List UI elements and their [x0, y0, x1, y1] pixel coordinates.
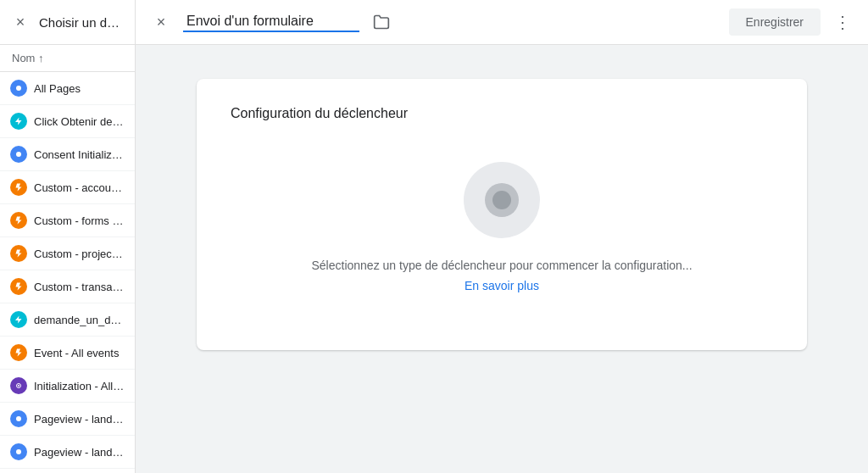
- empty-state-icon: [464, 162, 540, 238]
- item-label-event-all-events: Event - All events: [34, 347, 125, 359]
- sidebar-item-v2-contact[interactable]: V2_contact: [0, 469, 135, 473]
- more-options-button[interactable]: ⋮: [831, 10, 854, 34]
- svg-point-3: [18, 385, 19, 387]
- sidebar-item-pageview-landings-im[interactable]: Pageview - landings - im: [0, 436, 135, 469]
- item-label-click-obtenir-devis: Click Obtenir devis: [34, 115, 125, 128]
- sidebar-column-header[interactable]: Nom ↑: [0, 45, 135, 72]
- sidebar: × Choisir un décle Nom ↑ All Pages Click…: [0, 0, 136, 473]
- sidebar-item-pageview-landing-mo[interactable]: Pageview - landing - mo: [0, 403, 135, 436]
- item-icon-pageview-landings-im: [10, 443, 27, 460]
- sidebar-item-custom-account-regist[interactable]: Custom - account regist: [0, 171, 135, 204]
- sidebar-header: × Choisir un décle: [0, 0, 135, 45]
- card-title: Configuration du déclencheur: [231, 106, 408, 121]
- item-icon-custom-forms-view: [10, 212, 27, 229]
- item-icon-demande-un-devis: [10, 311, 27, 328]
- topbar-close-button[interactable]: ×: [149, 10, 173, 34]
- item-label-pageview-landing-mo: Pageview - landing - mo: [34, 413, 125, 426]
- main-content: Configuration du déclencheur Sélectionne…: [136, 45, 868, 473]
- sidebar-item-all-pages[interactable]: All Pages: [0, 72, 135, 105]
- sidebar-item-event-all-events[interactable]: Event - All events: [0, 337, 135, 370]
- item-label-custom-project-form: Custom - project form c: [34, 248, 125, 260]
- register-button[interactable]: Enregistrer: [729, 8, 821, 36]
- item-icon-click-obtenir-devis: [10, 113, 27, 130]
- empty-icon-inner: [485, 183, 519, 217]
- item-label-all-pages: All Pages: [34, 82, 125, 95]
- topbar: × Enregistrer ⋮: [136, 0, 868, 45]
- item-icon-all-pages: [10, 80, 27, 97]
- sidebar-close-button[interactable]: ×: [10, 12, 31, 32]
- item-label-demande-un-devis: demande_un_devis_hea: [34, 314, 125, 326]
- trigger-name-input[interactable]: [183, 12, 359, 32]
- item-icon-consent-initialization: [10, 146, 27, 163]
- sidebar-item-custom-transaction[interactable]: Custom - transaction: [0, 270, 135, 303]
- item-label-consent-initialization: Consent Initialization - A: [34, 148, 125, 161]
- main-panel: × Enregistrer ⋮ Configuration du déclenc…: [136, 0, 868, 473]
- item-label-custom-account-regist: Custom - account regist: [34, 181, 125, 194]
- item-icon-pageview-landing-mo: [10, 410, 27, 427]
- svg-point-4: [16, 416, 21, 421]
- config-card: Configuration du déclencheur Sélectionne…: [197, 79, 807, 350]
- sidebar-item-consent-initialization[interactable]: Consent Initialization - A: [0, 138, 135, 171]
- item-icon-initialization-all-pages: [10, 377, 27, 394]
- item-icon-custom-project-form: [10, 245, 27, 262]
- empty-hint-text: Sélectionnez un type de déclencheur pour…: [311, 259, 692, 272]
- svg-point-1: [16, 152, 21, 157]
- item-label-custom-forms-view: Custom - forms view: [34, 214, 125, 227]
- item-label-custom-transaction: Custom - transaction: [34, 281, 125, 293]
- svg-point-0: [16, 86, 21, 91]
- sidebar-item-initialization-all-pages[interactable]: Initialization - All Pages: [0, 370, 135, 403]
- svg-point-5: [16, 449, 21, 454]
- sidebar-items-list: All Pages Click Obtenir devis Consent In…: [0, 72, 135, 473]
- sidebar-item-click-obtenir-devis[interactable]: Click Obtenir devis: [0, 105, 135, 138]
- item-label-pageview-landings-im: Pageview - landings - im: [34, 446, 125, 459]
- sidebar-item-custom-project-form[interactable]: Custom - project form c: [0, 237, 135, 270]
- item-icon-custom-transaction: [10, 278, 27, 295]
- sidebar-item-demande-un-devis[interactable]: demande_un_devis_hea: [0, 303, 135, 337]
- learn-more-link[interactable]: En savoir plus: [465, 279, 539, 292]
- folder-button[interactable]: [370, 10, 393, 34]
- item-label-initialization-all-pages: Initialization - All Pages: [34, 380, 125, 392]
- item-icon-custom-account-regist: [10, 179, 27, 196]
- sidebar-title: Choisir un décle: [39, 15, 125, 30]
- item-icon-event-all-events: [10, 344, 27, 361]
- sidebar-item-custom-forms-view[interactable]: Custom - forms view: [0, 204, 135, 237]
